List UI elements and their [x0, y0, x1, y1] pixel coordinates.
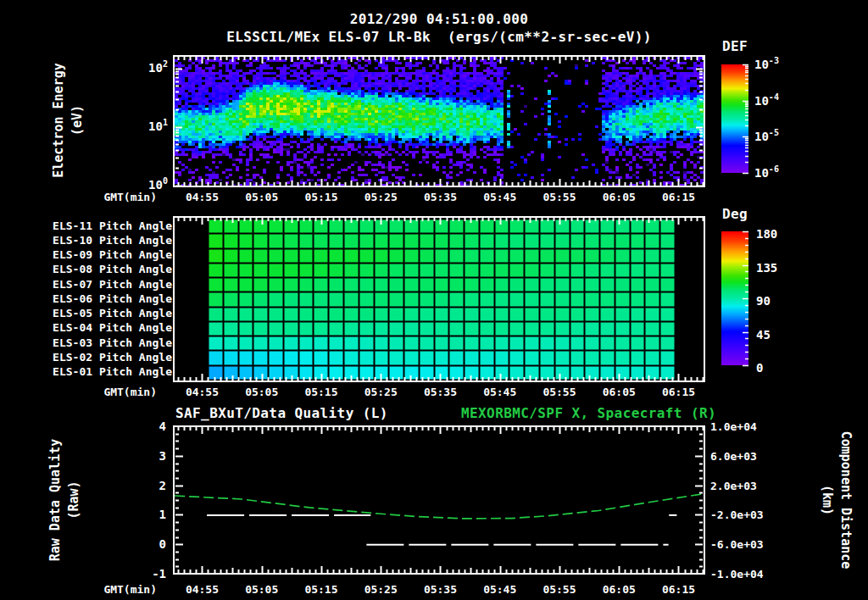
p2-row-label: ELS-05 Pitch Angle — [28, 307, 172, 319]
cbar-tick-exponent: -4 — [769, 92, 779, 102]
def-colorbar-title: DEF — [720, 38, 750, 54]
page-title-instrument: ELSSCIL/MEx ELS-07 LR-Bk (ergs/(cm**2-sr… — [173, 29, 705, 45]
p1-y-axis-label-line1: Electron Energy — [49, 63, 68, 177]
p2-row-label: ELS-09 Pitch Angle — [28, 248, 172, 261]
spectrogram-page: 2012/290 04:51:00.000 ELSSCIL/MEx ELS-07… — [0, 0, 868, 600]
p3-left-axis-label: Raw Data Quality (Raw) — [46, 439, 83, 562]
x-tick-label: 05:25 — [355, 191, 406, 203]
def-colorbar-tick-label: 10-5 — [754, 130, 779, 143]
cbar-tick-exponent: -6 — [769, 164, 779, 174]
p2-row-label: ELS-07 Pitch Angle — [28, 278, 172, 291]
x-tick-label: 05:55 — [534, 386, 585, 398]
p3-left-axis-label-line2: (Raw) — [64, 439, 83, 562]
y-tick-exponent: 2 — [163, 59, 168, 69]
p3-left-tick-label: 0 — [132, 537, 166, 551]
x-tick-label: 06:05 — [593, 191, 644, 203]
p2-row-label: ELS-01 Pitch Angle — [28, 365, 172, 378]
x-tick-label: 05:05 — [236, 386, 287, 398]
x-tick-label: 04:55 — [176, 191, 227, 203]
x-tick-label: 05:05 — [236, 583, 287, 596]
p1-y-axis-label-line2: (eV) — [68, 63, 86, 177]
p3-right-axis-label-line2: (km) — [818, 431, 837, 569]
y-tick-exponent: 1 — [163, 118, 168, 127]
p3-title-right: MEXORBMC/SPF X, Spacecraft (R) — [173, 405, 716, 421]
x-tick-label: 05:05 — [236, 191, 287, 203]
p3-right-axis-label: Component Distance (km) — [818, 431, 855, 569]
cbar-tick-base: 10 — [754, 166, 769, 180]
y-tick-base: 10 — [148, 178, 163, 192]
def-colorbar-tick-label: 10-6 — [754, 166, 779, 180]
p3-left-tick-label: 2 — [132, 479, 166, 492]
x-tick-label: 04:55 — [176, 583, 227, 596]
p3-left-axis-label-line1: Raw Data Quality — [46, 439, 64, 562]
x-tick-label: 05:35 — [415, 583, 465, 596]
deg-colorbar-tick-label: 180 — [756, 227, 777, 241]
pitch-angle-grid-canvas — [173, 215, 705, 383]
deg-colorbar-tick-label: 135 — [756, 261, 777, 275]
p2-row-label: ELS-06 Pitch Angle — [28, 292, 172, 305]
x-tick-label: 05:25 — [355, 386, 406, 398]
deg-colorbar-title: Deg — [716, 206, 754, 222]
p3-right-tick-label: -1.0e+04 — [710, 568, 764, 581]
p3-right-tick-label: 6.0e+03 — [710, 450, 757, 463]
cbar-tick-base: 10 — [754, 94, 769, 108]
def-colorbar-canvas — [720, 63, 750, 175]
p2-row-label: ELS-08 Pitch Angle — [28, 263, 172, 275]
def-colorbar-tick-label: 10-3 — [754, 58, 779, 71]
deg-colorbar-canvas — [720, 230, 750, 369]
cbar-tick-exponent: -3 — [769, 56, 779, 65]
x-tick-label: 06:15 — [653, 386, 704, 398]
p3-right-tick-label: 2.0e+03 — [710, 480, 757, 492]
x-tick-label: 06:15 — [653, 191, 704, 203]
y-tick-base: 10 — [148, 61, 163, 75]
p2-row-label: ELS-03 Pitch Angle — [28, 336, 172, 349]
p2-x-axis-label: GMT(min) — [55, 386, 157, 398]
p3-right-tick-label: -2.0e+03 — [710, 508, 764, 521]
p3-left-tick-label: 1 — [132, 508, 166, 521]
p1-x-axis-label: GMT(min) — [55, 191, 157, 203]
x-tick-label: 04:55 — [176, 386, 227, 398]
x-tick-label: 05:55 — [534, 583, 585, 596]
p2-row-label: ELS-04 Pitch Angle — [28, 321, 172, 334]
x-tick-label: 05:45 — [475, 386, 526, 398]
p1-y-tick-label: 101 — [117, 119, 168, 133]
def-colorbar-tick-label: 10-4 — [754, 94, 779, 108]
x-tick-label: 06:15 — [653, 583, 704, 596]
x-tick-label: 05:15 — [296, 191, 347, 203]
p3-left-tick-label: 3 — [132, 449, 166, 463]
y-tick-exponent: 0 — [163, 176, 168, 186]
p1-y-tick-label: 100 — [117, 178, 168, 192]
electron-energy-spectrogram-canvas — [173, 54, 705, 188]
p2-row-label: ELS-11 Pitch Angle — [28, 219, 172, 232]
x-tick-label: 05:25 — [355, 583, 406, 596]
x-tick-label: 05:45 — [475, 583, 526, 596]
page-title-datetime: 2012/290 04:51:00.000 — [173, 11, 705, 27]
p3-x-axis-label: GMT(min) — [55, 583, 157, 596]
deg-colorbar-tick-label: 45 — [756, 328, 771, 342]
x-tick-label: 06:05 — [593, 583, 644, 596]
p3-left-tick-label: 4 — [132, 419, 166, 433]
x-tick-label: 05:35 — [415, 191, 465, 203]
x-tick-label: 05:15 — [296, 583, 347, 596]
quality-distance-plot-canvas — [173, 423, 705, 577]
p3-right-tick-label: 1.0e+04 — [710, 420, 757, 433]
cbar-tick-base: 10 — [754, 58, 769, 71]
x-tick-label: 05:55 — [534, 191, 585, 203]
y-tick-base: 10 — [148, 119, 163, 133]
cbar-tick-exponent: -5 — [769, 128, 779, 137]
p3-left-tick-label: -1 — [132, 567, 166, 581]
p1-y-axis-label: Electron Energy (eV) — [49, 63, 86, 177]
p1-y-tick-label: 102 — [117, 61, 168, 75]
p3-right-axis-label-line1: Component Distance — [837, 431, 855, 569]
cbar-tick-base: 10 — [754, 130, 769, 143]
x-tick-label: 05:45 — [475, 191, 526, 203]
x-tick-label: 06:05 — [593, 386, 644, 398]
deg-colorbar-tick-label: 90 — [756, 294, 771, 308]
x-tick-label: 05:35 — [415, 386, 465, 398]
deg-colorbar-tick-label: 0 — [756, 361, 763, 375]
p2-row-label: ELS-10 Pitch Angle — [28, 234, 172, 247]
p2-row-label: ELS-02 Pitch Angle — [28, 351, 172, 364]
x-tick-label: 05:15 — [296, 386, 347, 398]
p3-right-tick-label: -6.0e+03 — [710, 538, 764, 551]
